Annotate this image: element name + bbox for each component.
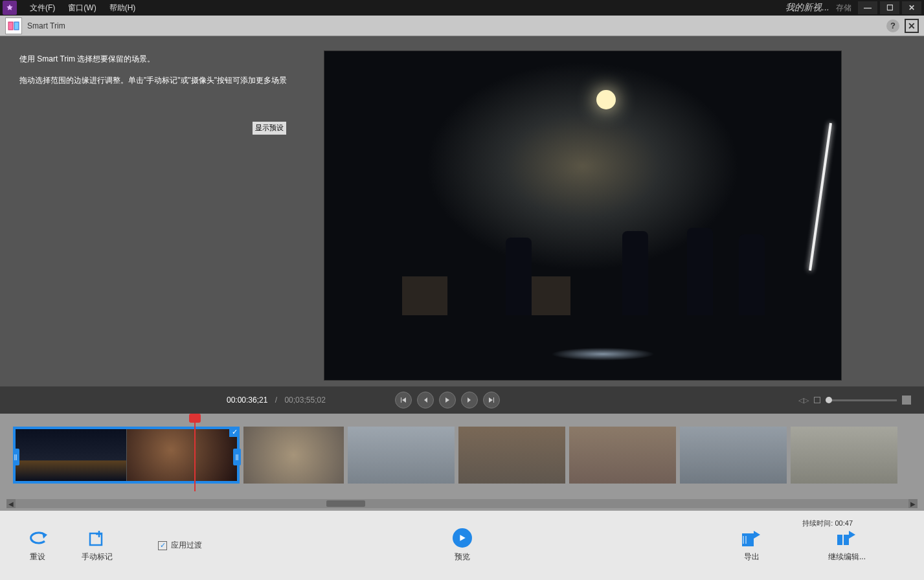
svg-rect-6 [837, 535, 842, 545]
svg-rect-3 [742, 533, 754, 546]
clip-7[interactable] [791, 427, 897, 484]
clip-3[interactable] [348, 427, 455, 484]
scroll-left-button[interactable]: ◀ [6, 499, 16, 508]
trim-handle-left[interactable]: || [13, 449, 19, 465]
show-preset-button[interactable]: 显示预设 [253, 122, 286, 135]
goto-end-button[interactable] [483, 392, 500, 408]
preview-button[interactable]: 预览 [453, 528, 472, 563]
video-preview[interactable] [324, 50, 842, 381]
play-button[interactable] [439, 392, 456, 408]
help-text-1: 使用 Smart Trim 选择想要保留的场景。 [19, 53, 304, 65]
timecode: 00:00:36;21 / 00;03;55;02 [227, 396, 326, 405]
svg-rect-2 [90, 533, 102, 545]
svg-rect-1 [14, 22, 19, 30]
close-panel-button[interactable]: ✕ [905, 19, 919, 33]
view-mode-icon[interactable]: ◁▷ [798, 396, 809, 405]
manual-mark-button[interactable]: 手动标记 [82, 528, 113, 563]
minimize-button[interactable]: — [858, 1, 877, 14]
menu-help[interactable]: 帮助(H) [104, 1, 141, 15]
save-label[interactable]: 存储 [836, 3, 851, 14]
step-forward-button[interactable] [461, 392, 478, 408]
smart-trim-icon [5, 17, 22, 34]
export-label: 导出 [744, 552, 760, 563]
reset-button[interactable]: 重设 [26, 528, 49, 563]
svg-rect-7 [844, 535, 849, 545]
help-icon[interactable]: ? [886, 19, 899, 32]
trim-handle-right[interactable]: || [233, 449, 241, 465]
clip-2[interactable] [243, 427, 344, 484]
menu-file[interactable]: 文件(F) [25, 1, 60, 15]
current-time[interactable]: 00:00:36;21 [227, 396, 267, 405]
svg-rect-0 [8, 22, 13, 30]
close-button[interactable]: ✕ [902, 1, 921, 14]
clip-5[interactable] [569, 427, 676, 484]
step-back-button[interactable] [417, 392, 434, 408]
fit-screen-icon[interactable] [902, 396, 911, 405]
apply-transition-label: 应用过渡 [171, 540, 202, 551]
continue-edit-label: 继续编辑... [828, 552, 866, 563]
clip-6[interactable] [680, 427, 787, 484]
scrollbar-thumb[interactable] [326, 500, 365, 507]
project-name: 我的新视... [785, 2, 829, 14]
timeline-scrollbar[interactable]: ◀ ▶ [6, 499, 918, 508]
duration-text: 持续时间: 00:47 [802, 519, 853, 528]
preview-label: 预览 [455, 552, 470, 563]
footer-bar: 重设 手动标记 ✓ 应用过渡 预览 持续时间: 00:47 导出 继续编辑... [0, 511, 924, 580]
safe-margin-icon[interactable] [814, 397, 820, 403]
continue-edit-button[interactable]: 继续编辑... [828, 528, 866, 563]
reset-label: 重设 [30, 552, 45, 563]
zoom-slider[interactable] [826, 399, 897, 401]
help-text-2: 拖动选择范围的边缘进行调整。单击"手动标记"或"摄像头"按钮可添加更多场景 [19, 74, 304, 87]
manual-mark-label: 手动标记 [82, 552, 113, 563]
export-button[interactable]: 导出 [740, 528, 763, 563]
menu-window[interactable]: 窗口(W) [63, 1, 101, 15]
panel-header: Smart Trim ? ✕ [0, 16, 924, 36]
clip-check-icon[interactable]: ✓ [229, 427, 240, 437]
maximize-button[interactable]: ☐ [880, 1, 899, 14]
total-time: 00;03;55;02 [284, 396, 325, 405]
clip-4[interactable] [458, 427, 565, 484]
timeline: || || ✓ ◀ ▶ [0, 414, 924, 511]
main-workspace: 使用 Smart Trim 选择想要保留的场景。 拖动选择范围的边缘进行调整。单… [0, 36, 924, 386]
goto-start-button[interactable] [395, 392, 412, 408]
apply-transition-checkbox[interactable]: ✓ 应用过渡 [158, 540, 202, 551]
scroll-right-button[interactable]: ▶ [908, 499, 918, 508]
instructions-panel: 使用 Smart Trim 选择想要保留的场景。 拖动选择范围的边缘进行调整。单… [0, 36, 324, 386]
playback-controls: 00:00:36;21 / 00;03;55;02 ◁▷ [0, 386, 924, 414]
title-bar: 文件(F) 窗口(W) 帮助(H) 我的新视... 存储 — ☐ ✕ [0, 0, 924, 16]
playhead[interactable] [194, 414, 196, 491]
app-icon [3, 1, 17, 15]
panel-title: Smart Trim [27, 21, 65, 30]
clip-selected[interactable]: || || ✓ [13, 427, 240, 484]
